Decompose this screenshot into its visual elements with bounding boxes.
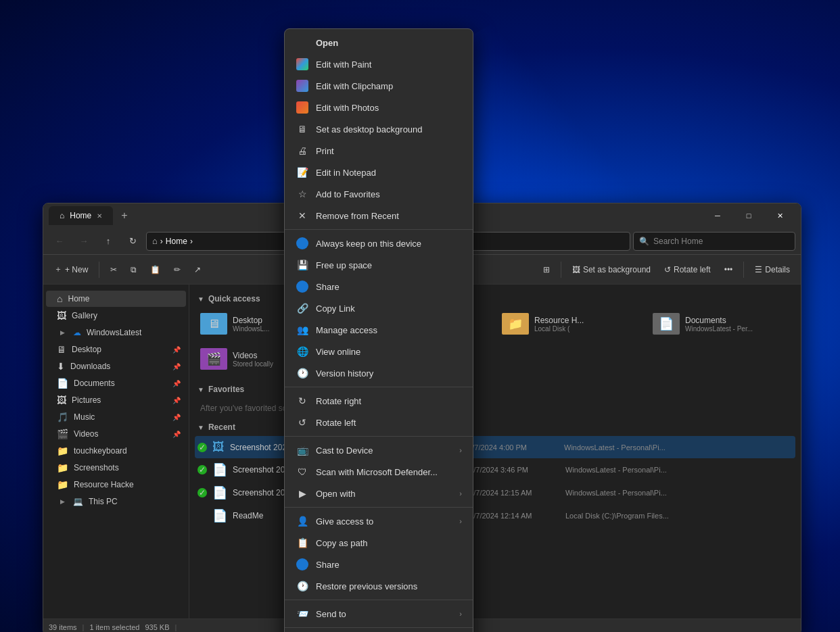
cm-rotate-left-label: Rotate left xyxy=(316,418,356,428)
maximize-button[interactable]: □ xyxy=(733,205,764,226)
cm-add-favorites[interactable]: ☆ Add to Favorites xyxy=(285,183,473,205)
cm-remove-recent[interactable]: ✕ Remove from Recent xyxy=(285,205,473,226)
file-date-1: 11/7/2024 3:46 PM xyxy=(465,466,560,474)
cm-always-keep[interactable]: Always keep on this device xyxy=(285,233,473,254)
set-bg-icon: 🖼 xyxy=(572,265,580,274)
tab-home[interactable]: ⌂ Home ✕ xyxy=(49,206,113,225)
sync-status-0: ✓ xyxy=(197,443,207,452)
details-button[interactable]: ☰ Details xyxy=(749,262,795,277)
cm-open-with[interactable]: ▶ Open with › xyxy=(285,483,473,504)
cm-print[interactable]: 🖨 Print xyxy=(285,140,473,162)
share-button[interactable]: ↗ xyxy=(189,262,206,277)
up-button[interactable]: ↑ xyxy=(97,232,119,251)
cm-set-desktop[interactable]: 🖥 Set as desktop background xyxy=(285,118,473,140)
sidebar-item-this-pc[interactable]: ▶ 💻 This PC xyxy=(46,493,186,510)
sidebar-item-desktop[interactable]: 🖥 Desktop 📌 xyxy=(46,341,186,358)
resource-item-info: Resource H... Local Disk ( xyxy=(534,316,584,333)
cm-share-icon xyxy=(296,280,309,293)
cm-version-history[interactable]: 🕐 Version history xyxy=(285,362,473,384)
cm-rotate-right[interactable]: ↻ Rotate right xyxy=(285,390,473,412)
sidebar-item-pictures[interactable]: 🖼 Pictures 📌 xyxy=(46,392,186,408)
file-date-0: 11/7/2024 4:00 PM xyxy=(464,443,559,452)
new-button[interactable]: ＋ + New xyxy=(49,261,93,278)
sidebar-item-gallery[interactable]: 🖼 Gallery xyxy=(46,308,186,324)
quick-access-item-resource[interactable]: 📁 Resource H... Local Disk ( xyxy=(496,308,645,340)
rotate-left-button[interactable]: ↺ Rotate left xyxy=(659,262,716,277)
search-bar[interactable]: 🔍 Search Home xyxy=(633,232,795,251)
tab-home-icon: ⌂ xyxy=(60,211,64,220)
cm-send-to[interactable]: 📨 Send to › xyxy=(285,603,473,625)
file-icon-0: 🖼 xyxy=(212,440,225,454)
refresh-button[interactable]: ↻ xyxy=(122,232,143,251)
tab-add-button[interactable]: + xyxy=(116,210,133,222)
cm-free-space[interactable]: 💾 Free up space xyxy=(285,254,473,276)
close-button[interactable]: ✕ xyxy=(764,205,795,226)
set-bg-label: Set as background xyxy=(583,265,651,274)
cm-share2[interactable]: Share xyxy=(285,554,473,575)
sidebar-home-label: Home xyxy=(68,294,89,303)
share-icon: ↗ xyxy=(194,265,201,274)
cut-button[interactable]: ✂ xyxy=(105,262,122,277)
desktop-folder-icon: 🖥 xyxy=(200,313,227,335)
sidebar-item-documents[interactable]: 📄 Documents 📌 xyxy=(46,375,186,391)
sidebar-item-downloads[interactable]: ⬇ Downloads 📌 xyxy=(46,358,186,374)
cm-cast-device[interactable]: 📺 Cast to Device › xyxy=(285,439,473,461)
documents-folder-icon: 📄 xyxy=(653,313,680,335)
cm-open[interactable]: Open xyxy=(285,32,473,53)
videos-item-sub: Stored locally xyxy=(233,360,273,368)
file-date-2: 11/7/2024 12:15 AM xyxy=(465,489,560,497)
cm-print-icon: 🖨 xyxy=(296,144,309,157)
cm-edit-paint[interactable]: Edit with Paint xyxy=(285,53,473,75)
sidebar-item-touchkeyboard[interactable]: 📁 touchkeyboard xyxy=(46,443,186,459)
cm-copy-path-label: Copy as path xyxy=(316,538,368,548)
set-bg-button[interactable]: 🖼 Set as background xyxy=(567,262,656,277)
cm-scan-defender[interactable]: 🛡 Scan with Microsoft Defender... xyxy=(285,461,473,483)
sidebar-item-videos[interactable]: 🎬 Videos 📌 xyxy=(46,426,186,442)
cm-edit-notepad[interactable]: 📝 Edit in Notepad xyxy=(285,162,473,183)
videos-icon: 🎬 xyxy=(57,429,68,439)
cm-open-with-label: Open with xyxy=(316,489,356,499)
sidebar-item-screenshots[interactable]: 📁 Screenshots xyxy=(46,460,186,476)
resource-item-sub: Local Disk ( xyxy=(534,325,584,333)
cm-copy-link[interactable]: 🔗 Copy Link xyxy=(285,297,473,319)
tab-close-button[interactable]: ✕ xyxy=(97,212,102,220)
cm-sep5 xyxy=(285,600,473,600)
sidebar-item-resource-hacker[interactable]: 📁 Resource Hacke xyxy=(46,477,186,493)
cm-give-access[interactable]: 👤 Give access to › xyxy=(285,510,473,532)
copy-icon: ⧉ xyxy=(131,265,137,274)
cm-restore-versions[interactable]: 🕐 Restore previous versions xyxy=(285,575,473,597)
back-button[interactable]: ← xyxy=(49,232,70,251)
cm-copy-path[interactable]: 📋 Copy as path xyxy=(285,532,473,554)
cm-open-with-icon: ▶ xyxy=(296,487,309,500)
cm-view-online[interactable]: 🌐 View online xyxy=(285,341,473,362)
sidebar-item-windowslatest[interactable]: ▶ ☁ WindowsLatest xyxy=(46,324,186,341)
pictures-icon: 🖼 xyxy=(57,395,66,406)
rename-button[interactable]: ✏ xyxy=(168,262,186,277)
item-count: 39 items xyxy=(49,623,77,631)
quick-access-item-documents[interactable]: 📄 Documents WindowsLatest - Per... xyxy=(647,308,795,340)
cm-share[interactable]: Share xyxy=(285,276,473,297)
cm-clipchamp-label: Edit with Clipchamp xyxy=(316,81,393,91)
favorites-chevron: ▼ xyxy=(197,386,204,393)
cm-edit-photos[interactable]: Edit with Photos xyxy=(285,97,473,118)
cm-send-icon: 📨 xyxy=(296,607,309,621)
cm-defender-label: Scan with Microsoft Defender... xyxy=(316,467,438,477)
sidebar-screenshots-label: Screenshots xyxy=(74,463,119,472)
sync-status-1: ✓ xyxy=(197,465,207,475)
cm-edit-clipchamp[interactable]: Edit with Clipchamp xyxy=(285,75,473,97)
cm-manage-access[interactable]: 👥 Manage access xyxy=(285,319,473,341)
copy-button[interactable]: ⧉ xyxy=(125,262,142,277)
sidebar-item-home[interactable]: ⌂ Home xyxy=(46,291,186,307)
view-button[interactable]: ⊞ xyxy=(538,262,555,277)
cm-manage-label: Manage access xyxy=(316,325,377,335)
minimize-button[interactable]: ─ xyxy=(702,205,733,226)
sidebar-videos-label: Videos xyxy=(74,429,98,439)
file-icon-1: 📄 xyxy=(212,462,227,477)
sidebar-item-music[interactable]: 🎵 Music 📌 xyxy=(46,409,186,425)
forward-button[interactable]: → xyxy=(73,232,95,251)
more-button[interactable]: ••• xyxy=(719,262,739,277)
paste-button[interactable]: 📋 xyxy=(145,262,166,277)
cm-print-label: Print xyxy=(316,146,334,156)
cm-sep6 xyxy=(285,627,473,628)
cm-rotate-left[interactable]: ↺ Rotate left xyxy=(285,412,473,433)
